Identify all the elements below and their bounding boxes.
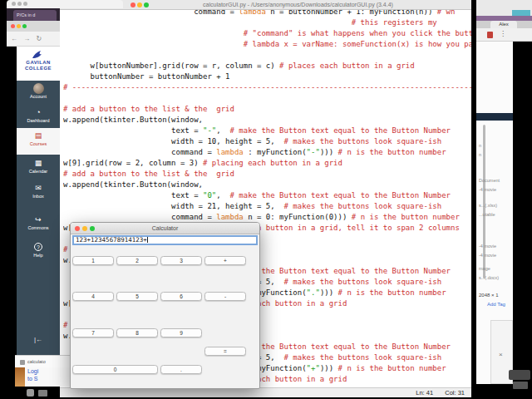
close-icon[interactable] — [11, 24, 15, 28]
file-list-item[interactable]: -4 movie — [479, 244, 496, 249]
left-browser-tabstrip: P/Cs in d — [7, 8, 60, 21]
calc-button-+[interactable]: + — [204, 256, 246, 265]
code-line: w.append(tkinter.Button(window, — [63, 180, 203, 190]
sidebar-item-commons[interactable]: ↪Commons — [17, 214, 60, 231]
code-line: text = "0", # make the Button text equal… — [63, 191, 451, 200]
file-list-item[interactable]: n — [479, 152, 481, 157]
code-line: w[buttonNumber].grid(row = r, column = c… — [63, 62, 415, 71]
calc-button-3[interactable]: 3 — [160, 256, 202, 265]
file-icon — [20, 360, 25, 365]
bird-icon — [31, 50, 46, 60]
calculator-title: Calculator — [71, 223, 259, 234]
calculator-entry[interactable]: 123+12345678914123+ — [72, 235, 258, 245]
calc-button-2[interactable]: 2 — [116, 256, 158, 265]
page-bottom-section: Logi to S — [15, 367, 70, 387]
right-browser-tab[interactable]: Alex — [490, 21, 517, 28]
close-icon[interactable] — [12, 2, 16, 6]
selected-row-band — [476, 113, 513, 121]
left-browser-titlebar — [7, 21, 60, 32]
sidebar-item-label: Courses — [17, 141, 60, 147]
sidebar-item-account[interactable]: Account — [17, 83, 60, 100]
code-line: command = lambda : myFunction("-"))) # n… — [63, 148, 446, 157]
reload-icon[interactable]: ↻ — [36, 35, 42, 42]
sidebar-item-label: Account — [17, 94, 60, 100]
calc-button-0[interactable]: 0 — [72, 365, 158, 374]
gauge-icon: ◔ — [17, 107, 60, 118]
sidebar-item-label: Help — [17, 253, 60, 259]
sidebar-item-inbox[interactable]: ✉Inbox — [17, 183, 60, 200]
window-title: calculatorGUI.py - /Users/anonymous/Down… — [125, 0, 471, 10]
code-line: w.append(tkinter.Button(window, — [63, 116, 203, 125]
back-icon[interactable]: ← — [11, 35, 17, 42]
calc-button--[interactable]: - — [204, 292, 246, 301]
code-line: width = 10, height = 5, # makes the butt… — [63, 137, 441, 146]
code-line: command = lambda n = 0: myFunction(0))) … — [63, 213, 460, 222]
file-list-item[interactable]: Document — [479, 178, 500, 183]
page-link[interactable]: to S — [27, 376, 37, 382]
calc-button-4[interactable]: 4 — [72, 292, 114, 301]
text-cursor — [147, 237, 148, 243]
code-line: width = 21, height = 5, # makes the butt… — [63, 202, 441, 211]
taskbar-blob — [513, 382, 528, 389]
dock-icon[interactable] — [27, 389, 34, 397]
calc-button-5[interactable]: 5 — [116, 292, 158, 301]
right-browser-toolbar: ⋮ — [476, 28, 532, 42]
code-line: w[9].grid(row = 2, column = 3) # placing… — [63, 159, 342, 168]
code-line: # --------------------------------------… — [63, 83, 471, 92]
extension-icon[interactable] — [487, 32, 493, 38]
menu-icon[interactable]: ⋮ — [500, 30, 506, 37]
share-icon: ↪ — [17, 214, 60, 225]
collapse-sidebar-button[interactable]: |← — [17, 336, 60, 343]
downloaded-file-item[interactable]: calculato — [27, 359, 46, 364]
code-line: text = "-", # make the Button text equal… — [63, 126, 451, 135]
calendar-icon: ▦ — [17, 158, 60, 169]
calc-button-9[interactable]: 9 — [160, 328, 202, 337]
sidebar-item-label: Dashboard — [17, 118, 60, 124]
sidebar-item-label: Inbox — [17, 194, 60, 200]
teal-accent — [512, 10, 530, 16]
question-icon: ? — [17, 242, 60, 253]
file-list-item[interactable]: ...utable — [479, 212, 495, 217]
file-list-item[interactable]: s...(.docx) — [479, 275, 499, 280]
sidebar-item-calendar[interactable]: ▦Calendar — [17, 158, 60, 175]
taskbar-blob — [509, 370, 530, 380]
minimize-icon[interactable] — [17, 2, 22, 6]
file-list-item[interactable]: mage — [479, 266, 490, 271]
book-icon: ▤ — [17, 131, 60, 141]
calculator-titlebar[interactable]: Calculator — [71, 223, 259, 234]
image-dimensions: 2048 × 1 — [479, 293, 499, 298]
status-line: Ln: 41 — [416, 389, 433, 397]
calc-button-1[interactable]: 1 — [72, 256, 114, 265]
code-line: buttonNumber = buttonNumber + 1 — [63, 72, 229, 81]
zoom-icon[interactable] — [22, 24, 27, 28]
close-icon[interactable]: × — [499, 351, 503, 358]
mail-icon: ✉ — [17, 183, 60, 194]
page-link[interactable]: Logi — [27, 368, 38, 374]
forward-icon[interactable]: → — [23, 35, 30, 42]
code-line: # "command" is what happens when you cli… — [63, 29, 471, 38]
page-thumbnail — [15, 367, 25, 387]
calc-button-=[interactable]: = — [204, 347, 246, 356]
add-tag-link[interactable]: Add Tag — [487, 302, 505, 307]
code-line: # lambda x = varName: someFunction(x) is… — [63, 40, 471, 49]
left-browser-tab[interactable]: P/Cs in d — [13, 10, 57, 21]
sidebar-item-help[interactable]: ?Help — [17, 242, 60, 259]
right-browser-tabstrip: Alex — [476, 21, 532, 28]
sidebar-item-label: Commons — [17, 225, 60, 231]
calc-button-.[interactable]: . — [160, 365, 202, 374]
dock-icon[interactable] — [38, 390, 47, 397]
zoom-icon[interactable] — [23, 2, 27, 6]
file-list-item[interactable]: -4 movie — [479, 187, 496, 192]
sidebar-item-courses[interactable]: ▤Courses — [17, 128, 60, 155]
file-list-item[interactable]: s...(.xlsx) — [479, 203, 497, 208]
minimize-icon[interactable] — [17, 24, 21, 28]
calc-button-7[interactable]: 7 — [72, 328, 114, 337]
canvas-page: GAVILAN COLLEGE Account◔Dashboard▤Course… — [17, 47, 60, 387]
entry-text: 123+12345678914123+ — [76, 236, 147, 244]
sidebar-item-dashboard[interactable]: ◔Dashboard — [17, 107, 60, 124]
file-list-item[interactable]: -4 movie — [479, 253, 496, 258]
file-list-item[interactable]: n — [479, 143, 481, 148]
calc-button-6[interactable]: 6 — [160, 292, 202, 301]
code-line: # add a button to the list & the grid — [63, 105, 234, 114]
calc-button-8[interactable]: 8 — [116, 328, 158, 337]
